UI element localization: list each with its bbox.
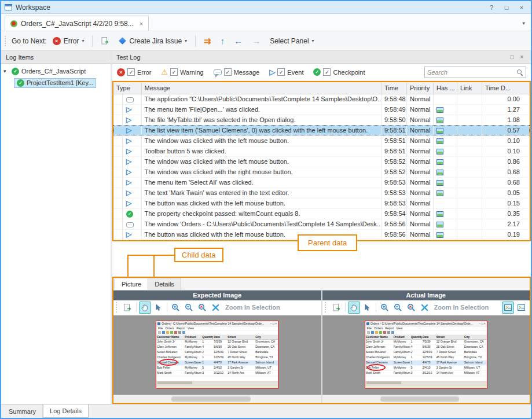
log-grid: TypeMessageTimePriorityHas ...LinkTime D… bbox=[113, 82, 530, 240]
goto-next-error-button[interactable]: × Error ▾ bbox=[49, 35, 88, 47]
error-checkbox[interactable]: ✓ bbox=[127, 68, 135, 76]
actual-image-canvas[interactable]: Orders - C:\Users\Public\Documents\TestC… bbox=[322, 315, 530, 395]
image-attachment-icon[interactable] bbox=[436, 117, 443, 123]
export-image-button[interactable] bbox=[331, 302, 343, 314]
zoom-reset-button[interactable] bbox=[196, 302, 208, 314]
up-one-level-button[interactable]: ↑ bbox=[217, 35, 229, 47]
log-row[interactable]: ▷The button was clicked with the left mo… bbox=[113, 198, 530, 208]
message-checkbox[interactable]: ✓ bbox=[224, 68, 232, 76]
compare-images-button[interactable] bbox=[210, 302, 222, 314]
pan-tool-button[interactable] bbox=[139, 302, 151, 314]
tree-item-project-test-item[interactable]: ✓ ProjectTestItem1 [Key... bbox=[1, 77, 111, 89]
help-button[interactable]: ? bbox=[486, 4, 497, 11]
scrollbar-thumb[interactable] bbox=[380, 396, 459, 402]
export-image-icon bbox=[332, 303, 341, 312]
search-icon[interactable] bbox=[516, 69, 523, 76]
select-tool-button[interactable] bbox=[152, 302, 164, 314]
image-attachment-icon[interactable] bbox=[436, 138, 443, 144]
filter-warning[interactable]: ⚠ ✓ Warning bbox=[161, 68, 203, 76]
float-panel-icon[interactable]: □ bbox=[507, 54, 517, 60]
image-attachment-icon[interactable] bbox=[436, 222, 443, 227]
close-panel-icon[interactable]: × bbox=[517, 54, 527, 60]
zoom-reset-button[interactable] bbox=[405, 302, 417, 314]
column-header[interactable]: Message bbox=[141, 82, 381, 94]
log-row[interactable]: ▷The list view item ('Samuel Clemens', 0… bbox=[113, 125, 530, 135]
pan-tool-button[interactable] bbox=[348, 302, 360, 314]
expected-image-canvas[interactable]: Orders - C:\Users\Public\Documents\TestC… bbox=[113, 315, 321, 395]
log-row[interactable]: ▷The window was clicked with the left mo… bbox=[113, 135, 530, 146]
tab-close-icon[interactable]: × bbox=[140, 20, 143, 27]
mini-menu-bar: File Orders Report View bbox=[365, 326, 487, 330]
image-attachment-icon[interactable] bbox=[436, 107, 443, 113]
show-expected-overlay-button[interactable] bbox=[502, 302, 514, 314]
zoom-in-button[interactable] bbox=[379, 302, 391, 314]
log-row[interactable]: The window 'Orders - C:\Users\Public\Doc… bbox=[113, 219, 530, 229]
export-log-button[interactable] bbox=[97, 35, 113, 47]
image-attachment-icon[interactable] bbox=[436, 159, 443, 165]
tab-picture[interactable]: Picture bbox=[115, 278, 148, 290]
document-tab-strip: Orders_C#_JavaScript 4/2/20 9:58... × ▾ bbox=[1, 14, 531, 31]
log-row[interactable]: ▷Toolbar button 5 was clicked.9:58:51Nor… bbox=[113, 146, 530, 156]
search-input[interactable] bbox=[427, 69, 514, 76]
image-attachment-icon[interactable] bbox=[436, 180, 443, 186]
log-row[interactable]: ▷The text 'Mark Twain' was entered in th… bbox=[113, 188, 530, 198]
checkpoint-checkbox[interactable]: ✓ bbox=[323, 68, 331, 76]
tree-item-root[interactable]: ▾ ✓ Orders_C#_JavaScript bbox=[1, 65, 111, 77]
log-row[interactable]: ▷The window was clicked with the right m… bbox=[113, 167, 530, 177]
log-row[interactable]: ▷The file 'MyTable.tbl' was selected in … bbox=[113, 115, 530, 125]
expected-screenshot: Orders - C:\Users\Public\Documents\TestC… bbox=[156, 321, 278, 389]
export-image-button[interactable] bbox=[122, 302, 134, 314]
zoom-out-button[interactable] bbox=[183, 302, 195, 314]
log-row[interactable]: The application "C:\Users\Public\Documen… bbox=[113, 94, 530, 104]
tab-list-dropdown-icon[interactable]: ▾ bbox=[522, 20, 525, 26]
zoom-out-button[interactable] bbox=[392, 302, 404, 314]
column-header[interactable]: Time bbox=[381, 82, 407, 94]
zoom-in-button[interactable] bbox=[170, 302, 182, 314]
warning-checkbox[interactable]: ✓ bbox=[170, 68, 178, 76]
filter-error[interactable]: × ✓ Error bbox=[117, 68, 151, 76]
log-row[interactable]: ▷The menu item 'Select All' was clicked.… bbox=[113, 177, 530, 188]
horizontal-scrollbar[interactable] bbox=[113, 395, 321, 403]
back-button[interactable]: ← bbox=[230, 35, 246, 47]
event-checkbox[interactable]: ✓ bbox=[277, 68, 285, 76]
select-tool-button[interactable] bbox=[361, 302, 373, 314]
compare-images-button[interactable] bbox=[419, 302, 431, 314]
log-row[interactable]: ▷The window was clicked with the left mo… bbox=[113, 156, 530, 167]
column-header[interactable]: Type bbox=[113, 82, 141, 94]
horizontal-scrollbar[interactable] bbox=[322, 395, 530, 403]
mini-app-icon bbox=[366, 322, 369, 325]
filter-message[interactable]: ✓ Message bbox=[214, 68, 260, 76]
show-actual-overlay-button[interactable] bbox=[515, 302, 527, 314]
filter-event[interactable]: ▷ ✓ Event bbox=[269, 68, 303, 76]
column-header[interactable]: Has ... bbox=[434, 82, 457, 94]
column-header[interactable]: Link bbox=[457, 82, 482, 94]
document-tab-log[interactable]: Orders_C#_JavaScript 4/2/20 9:58... × bbox=[5, 16, 149, 31]
tab-log-details[interactable]: Log Details bbox=[43, 405, 89, 418]
tab-details[interactable]: Details bbox=[148, 278, 181, 290]
scrollbar-thumb[interactable] bbox=[171, 396, 250, 402]
filter-bar: × ✓ Error ⚠ ✓ Warning ✓ Message ▷ ✓ bbox=[112, 64, 531, 81]
column-header[interactable]: Priority bbox=[407, 82, 434, 94]
image-attachment-icon[interactable] bbox=[436, 149, 443, 155]
log-row[interactable]: ▷The menu item 'File|Open...' was clicke… bbox=[113, 104, 530, 115]
tab-summary[interactable]: Summary bbox=[2, 405, 43, 418]
close-button[interactable]: × bbox=[516, 4, 527, 11]
image-attachment-icon[interactable] bbox=[436, 232, 443, 238]
collapse-icon[interactable]: ▾ bbox=[3, 68, 9, 74]
filter-checkpoint[interactable]: ✓ ✓ Checkpoint bbox=[313, 68, 365, 76]
log-row[interactable]: ✓The property checkpoint passed: wItemCo… bbox=[113, 208, 530, 219]
forward-button[interactable]: → bbox=[248, 35, 264, 47]
image-attachment-icon[interactable] bbox=[436, 170, 443, 175]
log-cell: 0.86 bbox=[482, 156, 530, 167]
mini-table-row: Susan McLarenFamilyAlbum212/5/397 Rower … bbox=[365, 350, 487, 355]
image-attachment-icon[interactable] bbox=[436, 128, 443, 134]
image-attachment-icon[interactable] bbox=[436, 190, 443, 196]
jump-to-source-button[interactable]: ⇉ bbox=[200, 35, 215, 47]
create-jira-issue-button[interactable]: Create Jira Issue ▾ bbox=[115, 35, 190, 47]
image-attachment-icon[interactable] bbox=[436, 211, 443, 217]
log-items-tree: ▾ ✓ Orders_C#_JavaScript ✓ ProjectTestIt… bbox=[1, 64, 111, 404]
select-panel-button[interactable]: Select Panel ▾ bbox=[266, 35, 317, 47]
search-box[interactable] bbox=[424, 67, 526, 78]
column-header[interactable]: Time D... bbox=[482, 82, 530, 94]
maximize-button[interactable]: □ bbox=[501, 4, 512, 11]
